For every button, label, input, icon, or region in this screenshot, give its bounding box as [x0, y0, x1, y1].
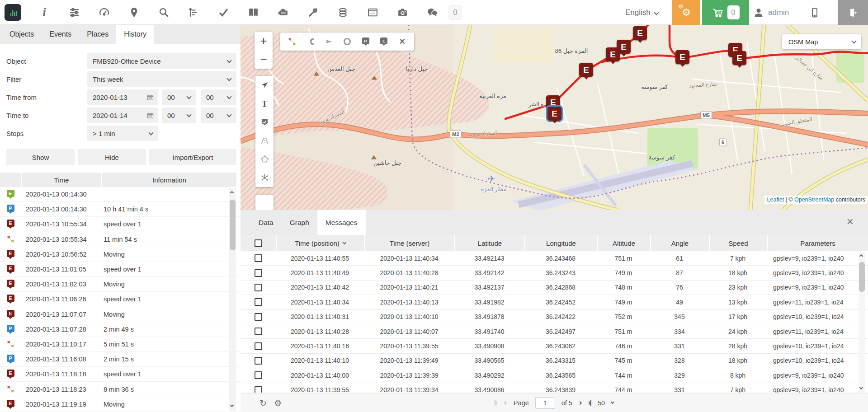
cursor-arrow-icon[interactable]	[321, 34, 336, 49]
message-row[interactable]: 2020-01-13 11:40:492020-01-13 11:40:2833…	[241, 266, 868, 280]
history-row[interactable]: ▶2020-01-13 00:14:30	[0, 187, 241, 202]
row-checkbox[interactable]	[255, 328, 262, 335]
row-checkbox[interactable]	[255, 371, 262, 379]
circle-tool-icon[interactable]	[340, 34, 355, 49]
cart-button[interactable]: 0	[702, 0, 749, 25]
camera-icon[interactable]	[396, 6, 409, 19]
map-layer-selector[interactable]: OSM Map	[782, 34, 861, 49]
message-row[interactable]: 2020-01-13 11:39:552020-01-13 11:39:3433…	[241, 383, 868, 393]
row-checkbox[interactable]	[255, 357, 262, 365]
scroll-up-icon[interactable]	[859, 254, 863, 258]
first-page-button[interactable]	[495, 400, 498, 406]
dtc-engine-icon[interactable]: DTC	[277, 6, 289, 19]
route-select-icon[interactable]	[284, 34, 300, 49]
message-row[interactable]: 2020-01-13 11:40:002020-01-13 11:39:3933…	[241, 368, 868, 383]
tab-data[interactable]: Data	[250, 210, 282, 235]
road-icon[interactable]	[255, 131, 274, 150]
table-settings-gear-icon[interactable]: ⚙	[274, 398, 282, 408]
history-row[interactable]: E2020-01-13 11:06:26speed over 1	[0, 292, 241, 307]
row-checkbox[interactable]	[255, 284, 262, 291]
row-checkbox[interactable]	[255, 342, 262, 350]
history-row[interactable]: P2020-01-13 11:07:282 min 49 s	[0, 322, 241, 337]
hide-button[interactable]: Hide	[78, 149, 146, 165]
tab-history[interactable]: History	[116, 25, 154, 44]
zoom-out-button[interactable]: −	[255, 50, 273, 69]
history-row[interactable]: E2020-01-13 11:07:07Moving	[0, 307, 241, 322]
locate-arrow-icon[interactable]	[255, 76, 274, 94]
chat-icon[interactable]	[426, 6, 439, 19]
tab-objects[interactable]: Objects	[2, 25, 42, 44]
tasks-check-icon[interactable]	[217, 6, 230, 19]
row-checkbox[interactable]	[255, 269, 262, 277]
row-checkbox[interactable]	[255, 298, 262, 306]
event-marker[interactable]: E	[579, 63, 593, 77]
info-icon[interactable]: i	[38, 6, 51, 19]
snap-magnet-icon[interactable]	[303, 34, 318, 49]
next-page-button[interactable]	[579, 402, 581, 404]
map-tools-extra[interactable]	[255, 195, 274, 210]
logout-button[interactable]	[838, 0, 868, 25]
event-marker[interactable]: E	[675, 50, 689, 64]
stops-select[interactable]: > 1 min	[87, 126, 158, 141]
header-altitude[interactable]: Altitude	[598, 235, 650, 251]
tab-events[interactable]: Events	[42, 25, 79, 44]
logbook-icon[interactable]	[247, 6, 259, 19]
history-row[interactable]: E2020-01-13 10:56:52Moving	[0, 247, 241, 262]
object-groups-icon[interactable]	[336, 6, 349, 19]
history-row[interactable]: P2020-01-13 11:16:082 min 15 s	[0, 352, 241, 367]
scroll-down-icon[interactable]	[230, 403, 234, 407]
refresh-icon[interactable]: ↻	[259, 398, 267, 408]
header-time-position[interactable]: Time (position)	[277, 235, 364, 251]
leaflet-link[interactable]: Leaflet	[767, 197, 784, 203]
search-icon[interactable]	[157, 6, 170, 19]
settings-sliders-icon[interactable]	[68, 6, 80, 19]
event-marker[interactable]: E	[633, 26, 647, 40]
history-row[interactable]: E2020-01-13 11:18:18speed over 1	[0, 367, 241, 382]
time-from-minute-select[interactable]: 00	[201, 89, 236, 105]
row-checkbox[interactable]	[255, 313, 262, 321]
marker-p-tool-icon[interactable]: P	[358, 34, 373, 49]
history-row[interactable]: E2020-01-13 11:02:03Moving	[0, 277, 241, 292]
history-scrollbar[interactable]	[229, 188, 236, 411]
row-checkbox[interactable]	[255, 386, 262, 393]
history-row[interactable]: E2020-01-13 11:19:19Moving	[0, 397, 241, 412]
header-speed[interactable]: Speed	[710, 235, 767, 251]
event-marker[interactable]: E	[732, 51, 746, 65]
table-scrollbar[interactable]	[859, 252, 865, 393]
language-selector[interactable]: English	[625, 0, 658, 25]
object-select[interactable]: FMB920-Office Device	[87, 53, 236, 69]
show-button[interactable]: Show	[6, 149, 75, 165]
time-to-hour-select[interactable]: 00	[162, 108, 196, 123]
close-icon[interactable]: ×	[395, 34, 410, 49]
import-export-button[interactable]: Import/Export	[149, 149, 236, 165]
tools-icon[interactable]	[307, 6, 319, 19]
message-row[interactable]: 2020-01-13 11:40:342020-01-13 11:40:1333…	[241, 295, 868, 309]
chevron-down-icon[interactable]	[611, 400, 614, 404]
history-row[interactable]: P2020-01-13 00:14:3010 h 41 min 4 s	[0, 202, 241, 217]
cluster-icon[interactable]	[255, 169, 274, 187]
settings-button[interactable]: ⚙⚙	[672, 0, 700, 25]
event-marker[interactable]: E	[606, 47, 620, 61]
scrollbar-thumb[interactable]	[230, 200, 236, 250]
history-row[interactable]: 2020-01-13 10:55:3411 min 54 s	[0, 232, 241, 247]
places-pin-icon[interactable]	[127, 6, 140, 19]
text-tool-icon[interactable]: T	[255, 94, 274, 113]
message-row[interactable]: 2020-01-13 11:40:422020-01-13 11:40:2133…	[241, 281, 868, 295]
filter-select[interactable]: This week	[87, 71, 236, 87]
user-menu[interactable]: admin	[753, 0, 789, 25]
close-icon[interactable]: ×	[847, 215, 854, 227]
map[interactable]: جبل العدسجبل دارياالمزة جبل 86مزه الغربي…	[241, 25, 868, 210]
page-input[interactable]	[535, 397, 555, 409]
reports-chart-icon[interactable]	[187, 6, 200, 19]
history-row[interactable]: 2020-01-13 11:10:175 min 51 s	[0, 337, 241, 352]
scroll-up-icon[interactable]	[230, 191, 234, 195]
tab-places[interactable]: Places	[79, 25, 116, 44]
api-code-icon[interactable]: </>	[366, 6, 379, 19]
event-marker[interactable]: E	[547, 107, 561, 121]
history-row[interactable]: E2020-01-13 11:01:05speed over 1	[0, 262, 241, 277]
header-longitude[interactable]: Longitude	[525, 235, 597, 251]
history-row[interactable]: 2020-01-13 11:18:238 min 36 s	[0, 382, 241, 397]
marker-e-tool-icon[interactable]: E	[376, 34, 392, 49]
tab-graph[interactable]: Graph	[282, 210, 317, 235]
scroll-down-icon[interactable]	[859, 386, 863, 389]
